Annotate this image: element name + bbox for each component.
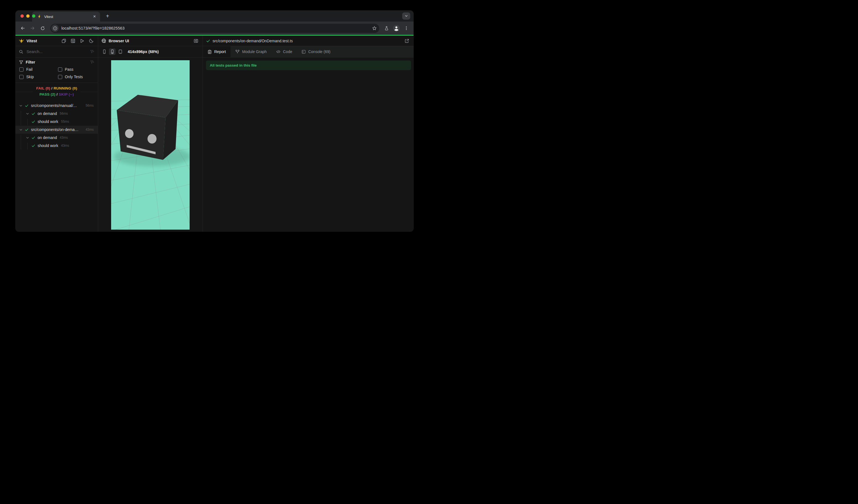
- robot-right-eye: [148, 134, 157, 144]
- test-suite-row[interactable]: on demand 43ms: [15, 134, 98, 142]
- tab-close-icon[interactable]: ✕: [92, 14, 97, 19]
- windows-icon: [62, 39, 66, 43]
- test-file-row-selected[interactable]: src/components/on-dema… 43ms: [15, 126, 98, 134]
- test-duration: 43ms: [86, 128, 98, 131]
- checkbox-label: Fail: [26, 67, 33, 71]
- filter-title: Filter: [26, 60, 88, 64]
- moon-icon: [89, 38, 94, 43]
- browser-tester-iframe[interactable]: [111, 60, 190, 230]
- chevron-down-icon[interactable]: [19, 104, 22, 107]
- tester-viewport-area: [98, 58, 203, 231]
- forward-button[interactable]: [28, 24, 37, 33]
- checkbox[interactable]: [58, 75, 62, 79]
- tab-label: Code: [283, 49, 292, 54]
- close-window-button[interactable]: [20, 14, 24, 18]
- test-duration: 43ms: [60, 136, 68, 140]
- url-text[interactable]: localhost:5173/#/?file=1828625563: [61, 26, 371, 30]
- test-summary: FAIL (0) / RUNNING (0) PASS (2) / SKIP (…: [15, 83, 98, 101]
- all-tests-passed-banner: All tests passed in this file: [206, 61, 411, 70]
- report-panel: src/components/on-demand/OnDemand.test.t…: [203, 36, 414, 231]
- pass-count: PASS (2): [39, 92, 55, 96]
- minimize-window-button[interactable]: [26, 14, 30, 18]
- checkbox[interactable]: [58, 67, 62, 71]
- device-phone-plus-button[interactable]: [109, 48, 115, 55]
- check-icon: [32, 112, 35, 115]
- test-suite-row[interactable]: on demand 56ms: [15, 110, 98, 118]
- running-count: RUNNING (0): [54, 86, 77, 91]
- ui-position-button[interactable]: [61, 37, 67, 44]
- bookmark-button[interactable]: [371, 25, 378, 32]
- test-tree: src/components/manual/… 56ms on demand 5…: [15, 101, 98, 231]
- clear-filter-icon[interactable]: [90, 50, 94, 54]
- arrow-right-icon: [30, 26, 35, 31]
- zoom-window-button[interactable]: [32, 14, 35, 18]
- open-external-button[interactable]: [403, 37, 410, 44]
- test-name: should work: [37, 143, 58, 148]
- panel-right-icon: [194, 39, 198, 43]
- tab-code[interactable]: Code: [271, 46, 297, 57]
- desktop: { "chrome": { "tab": { "title": "Vitest"…: [0, 0, 429, 252]
- chevron-down-icon[interactable]: [19, 128, 22, 131]
- chevron-down-icon[interactable]: [26, 112, 29, 115]
- test-name: should work: [37, 119, 58, 124]
- skip-count: SKIP (--): [59, 92, 74, 96]
- clipboard-icon: [208, 50, 212, 54]
- run-all-button[interactable]: [79, 37, 85, 44]
- back-button[interactable]: [18, 24, 27, 33]
- search-icon: [19, 50, 23, 54]
- module-graph-icon: [235, 49, 240, 54]
- test-file-row[interactable]: src/components/manual/… 56ms: [15, 102, 98, 110]
- filter-checkbox-only-tests[interactable]: Only Tests: [58, 75, 95, 79]
- tab-label: Module Graph: [242, 49, 267, 54]
- open-in-panel-button[interactable]: [193, 37, 199, 44]
- browser-ui-panel: Browser UI: [98, 36, 203, 231]
- funnel-icon: [19, 60, 23, 64]
- search-input[interactable]: [26, 49, 88, 54]
- filter-checkbox-fail[interactable]: Fail: [19, 67, 56, 71]
- checkbox[interactable]: [19, 67, 23, 71]
- star-icon: [372, 26, 377, 31]
- sidebar-header: Vitest: [15, 36, 98, 46]
- browser-menu-button[interactable]: [402, 24, 411, 33]
- info-icon: [53, 26, 57, 30]
- viewport-dimensions[interactable]: 414x896px (68%): [128, 49, 159, 54]
- tab-module-graph[interactable]: Module Graph: [231, 46, 271, 57]
- filter-section: Filter Fail Pass: [15, 58, 98, 83]
- check-icon: [32, 120, 35, 124]
- browser-ui-header: Browser UI: [98, 36, 203, 46]
- test-name: src/components/on-dema…: [31, 127, 79, 132]
- checkbox[interactable]: [19, 75, 23, 79]
- test-case-row[interactable]: should work 55ms: [15, 118, 98, 126]
- chevron-down-icon[interactable]: [26, 136, 29, 139]
- address-bar[interactable]: localhost:5173/#/?file=1828625563: [50, 24, 379, 33]
- file-path: src/components/on-demand/OnDemand.test.t…: [212, 39, 293, 43]
- phone-plus-icon: [110, 49, 114, 54]
- browser-ui-title: Browser UI: [109, 39, 129, 43]
- checkbox-label: Pass: [65, 67, 74, 71]
- tab-console[interactable]: Console (69): [297, 46, 335, 57]
- phone-icon: [102, 49, 107, 54]
- device-tablet-button[interactable]: [117, 48, 124, 55]
- reload-button[interactable]: [38, 24, 47, 33]
- dark-mode-toggle[interactable]: [88, 37, 95, 44]
- new-tab-button[interactable]: +: [104, 13, 111, 20]
- robot-cube: [117, 95, 178, 160]
- filter-checkbox-skip[interactable]: Skip: [19, 75, 56, 79]
- filter-checkbox-pass[interactable]: Pass: [58, 67, 95, 71]
- test-case-row[interactable]: should work 43ms: [15, 142, 98, 150]
- check-icon: [32, 144, 35, 148]
- device-toolbar: 414x896px (68%): [98, 46, 203, 58]
- profile-button[interactable]: [392, 24, 401, 33]
- globe-icon: [101, 38, 106, 43]
- tab-search-button[interactable]: [402, 13, 410, 20]
- experiments-button[interactable]: [382, 24, 391, 33]
- site-info-button[interactable]: [51, 25, 59, 32]
- device-phone-small-button[interactable]: [101, 48, 108, 55]
- tab-report[interactable]: Report: [203, 46, 231, 57]
- tab-label: Console (69): [308, 49, 330, 54]
- clear-filter-icon[interactable]: [90, 60, 94, 64]
- dashboard-button[interactable]: [70, 37, 76, 44]
- dashboard-icon: [71, 39, 75, 43]
- check-icon: [25, 104, 29, 108]
- browser-tab[interactable]: Vitest ✕: [32, 12, 100, 21]
